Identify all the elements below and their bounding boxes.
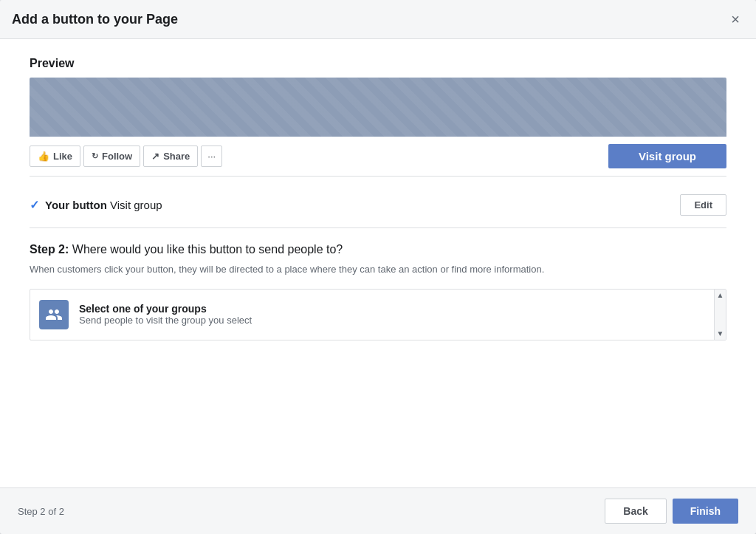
step-indicator: Step 2 of 2 xyxy=(18,506,64,517)
group-select-text: Select one of your groups Send people to… xyxy=(79,303,717,326)
preview-left-buttons: 👍 Like ↻ Follow ↗ Share ··· xyxy=(30,146,222,167)
like-button[interactable]: 👍 Like xyxy=(30,146,80,167)
close-button[interactable]: × xyxy=(726,10,744,28)
like-icon: 👍 xyxy=(38,151,49,162)
step2-title-prefix: Step 2: xyxy=(30,243,69,256)
finish-button[interactable]: Finish xyxy=(673,499,738,524)
group-icon xyxy=(39,300,69,329)
modal-body: Preview 👍 Like ↻ Follow ↗ Share xyxy=(0,39,756,487)
step2-title: Step 2: Where would you like this button… xyxy=(30,243,726,256)
group-select-box[interactable]: Select one of your groups Send people to… xyxy=(30,289,726,340)
share-icon: ↗ xyxy=(151,151,159,162)
checkmark-icon: ✓ xyxy=(30,198,39,212)
share-label: Share xyxy=(163,151,190,162)
your-button-text: Your button xyxy=(45,199,107,211)
modal-header: Add a button to your Page × xyxy=(0,0,756,39)
your-button-label: Your button Visit group xyxy=(45,199,162,211)
step2-section: Step 2: Where would you like this button… xyxy=(30,243,726,340)
group-select-item: Select one of your groups Send people to… xyxy=(30,290,726,340)
follow-button[interactable]: ↻ Follow xyxy=(83,146,140,167)
group-select-sub: Send people to visit the group you selec… xyxy=(79,315,717,326)
more-button[interactable]: ··· xyxy=(201,146,222,167)
step2-description: When customers click your button, they w… xyxy=(30,262,726,277)
visit-group-preview-button[interactable]: Visit group xyxy=(608,144,726,168)
group-people-icon xyxy=(45,306,63,324)
share-button[interactable]: ↗ Share xyxy=(143,146,198,167)
footer-buttons: Back Finish xyxy=(605,499,738,524)
preview-actions: 👍 Like ↻ Follow ↗ Share ··· Visit group xyxy=(30,137,726,177)
scroll-up-arrow[interactable]: ▲ xyxy=(717,292,724,299)
modal-title: Add a button to your Page xyxy=(12,12,178,27)
modal-footer: Step 2 of 2 Back Finish xyxy=(0,487,756,534)
your-button-name: Visit group xyxy=(110,199,162,211)
edit-button[interactable]: Edit xyxy=(680,194,726,216)
like-label: Like xyxy=(53,151,72,162)
follow-icon: ↻ xyxy=(92,151,98,161)
your-button-left: ✓ Your button Visit group xyxy=(30,198,162,212)
your-button-row: ✓ Your button Visit group Edit xyxy=(30,188,726,228)
group-select-main: Select one of your groups xyxy=(79,303,717,315)
preview-label: Preview xyxy=(30,57,726,70)
follow-label: Follow xyxy=(102,151,132,162)
scroll-down-arrow[interactable]: ▼ xyxy=(717,330,724,338)
preview-section: Preview 👍 Like ↻ Follow ↗ Share xyxy=(30,57,726,177)
back-button[interactable]: Back xyxy=(605,499,666,524)
scrollbar: ▲ ▼ xyxy=(714,290,726,340)
step2-title-text: Where would you like this button to send… xyxy=(69,243,343,256)
preview-banner xyxy=(30,78,726,137)
modal-container: Add a button to your Page × Preview 👍 Li… xyxy=(0,0,756,534)
